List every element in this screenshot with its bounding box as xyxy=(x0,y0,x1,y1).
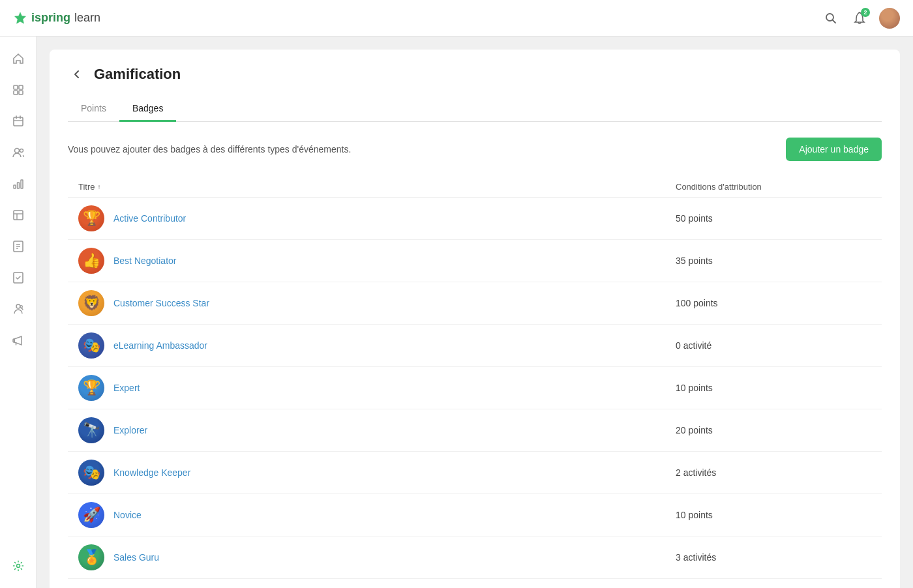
table-row[interactable]: 👍 Best Negotiator 35 points xyxy=(68,240,882,282)
sidebar-item-home[interactable] xyxy=(4,44,33,73)
back-button[interactable] xyxy=(68,65,86,83)
sidebar-item-calendar[interactable] xyxy=(4,107,33,136)
conditions-cell: 3 activités xyxy=(676,552,871,563)
page-title: Gamification xyxy=(94,66,181,83)
page-header: Gamification xyxy=(68,65,882,83)
badges-table: Titre ↑ Conditions d'attribution 🏆 Activ… xyxy=(68,177,882,579)
badge-icon: 🎭 xyxy=(78,332,104,359)
badge-name[interactable]: Novice xyxy=(113,510,142,520)
sidebar-item-announcements[interactable] xyxy=(4,326,33,355)
svg-point-10 xyxy=(14,149,19,153)
conditions-cell: 20 points xyxy=(676,425,871,435)
table-row[interactable]: 🔭 Explorer 20 points xyxy=(68,409,882,452)
search-button[interactable] xyxy=(822,9,840,27)
badge-cell: 🎭 eLearning Ambassador xyxy=(78,332,676,359)
svg-point-23 xyxy=(16,304,20,308)
badge-cell: 🦁 Customer Success Star xyxy=(78,290,676,316)
badge-icon: 🎭 xyxy=(78,460,104,486)
badge-cell: 🏅 Sales Guru xyxy=(78,544,676,570)
svg-rect-15 xyxy=(14,211,23,220)
badge-cell: 🎭 Knowledge Keeper xyxy=(78,460,676,486)
topbar: ispring learn 2 xyxy=(0,0,913,37)
svg-rect-12 xyxy=(14,185,16,188)
table-row[interactable]: 🏆 Active Contributor 50 points xyxy=(68,198,882,240)
svg-rect-2 xyxy=(14,85,18,89)
table-header: Titre ↑ Conditions d'attribution xyxy=(68,177,882,198)
badge-icon: 🦁 xyxy=(78,290,104,316)
conditions-cell: 2 activités xyxy=(676,467,871,478)
svg-rect-14 xyxy=(21,180,23,188)
badge-cell: 🔭 Explorer xyxy=(78,417,676,443)
svg-rect-4 xyxy=(14,91,18,95)
col-conditions-header: Conditions d'attribution xyxy=(676,182,871,192)
badge-name[interactable]: Customer Success Star xyxy=(113,298,209,308)
badge-cell: 👍 Best Negotiator xyxy=(78,248,676,274)
content-description: Vous pouvez ajouter des badges à des dif… xyxy=(68,144,351,154)
sidebar-item-catalog[interactable] xyxy=(4,201,33,229)
table-row[interactable]: 🏅 Sales Guru 3 activités xyxy=(68,537,882,579)
content-header: Vous pouvez ajouter des badges à des dif… xyxy=(68,138,882,161)
svg-rect-3 xyxy=(19,85,23,89)
add-badge-button[interactable]: Ajouter un badge xyxy=(786,138,882,161)
svg-point-11 xyxy=(20,149,23,153)
conditions-cell: 10 points xyxy=(676,510,871,520)
badge-name[interactable]: Sales Guru xyxy=(113,552,159,563)
user-avatar[interactable] xyxy=(879,8,900,29)
svg-point-24 xyxy=(20,306,22,308)
badge-icon: 🏆 xyxy=(78,375,104,401)
table-row[interactable]: 🎭 Knowledge Keeper 2 activités xyxy=(68,452,882,494)
badge-cell: 🚀 Novice xyxy=(78,502,676,528)
badge-name[interactable]: Knowledge Keeper xyxy=(113,467,190,478)
tab-points[interactable]: Points xyxy=(68,96,119,122)
conditions-cell: 10 points xyxy=(676,383,871,393)
badge-name[interactable]: Active Contributor xyxy=(113,213,186,224)
logo-product: learn xyxy=(74,11,100,25)
badge-name[interactable]: Explorer xyxy=(113,425,147,435)
col-title-header: Titre ↑ xyxy=(78,182,676,192)
logo: ispring learn xyxy=(13,11,100,25)
sidebar xyxy=(0,37,37,588)
table-rows: 🏆 Active Contributor 50 points 👍 Best Ne… xyxy=(68,198,882,579)
logo-icon xyxy=(13,11,27,25)
svg-rect-5 xyxy=(19,91,23,95)
sidebar-item-users[interactable] xyxy=(4,138,33,167)
table-row[interactable]: 🎭 eLearning Ambassador 0 activité xyxy=(68,325,882,367)
svg-rect-13 xyxy=(17,183,19,188)
badge-cell: 🏆 Expert xyxy=(78,375,676,401)
table-row[interactable]: 🦁 Customer Success Star 100 points xyxy=(68,282,882,325)
table-row[interactable]: 🏆 Expert 10 points xyxy=(68,367,882,409)
svg-point-25 xyxy=(16,565,20,568)
badge-icon: 👍 xyxy=(78,248,104,274)
main-content: Gamification Points Badges Vous pouvez a… xyxy=(37,37,913,588)
badge-name[interactable]: Expert xyxy=(113,383,140,393)
badge-name[interactable]: Best Negotiator xyxy=(113,256,177,266)
content-area: Gamification Points Badges Vous pouvez a… xyxy=(50,50,900,588)
svg-line-1 xyxy=(833,20,836,23)
sidebar-item-tasks[interactable] xyxy=(4,263,33,292)
sidebar-item-groups[interactable] xyxy=(4,295,33,323)
badge-name[interactable]: eLearning Ambassador xyxy=(113,340,207,351)
badge-icon: 🏆 xyxy=(78,205,104,231)
conditions-cell: 50 points xyxy=(676,213,871,224)
svg-rect-6 xyxy=(14,117,23,126)
logo-text: ispring xyxy=(31,11,70,25)
badge-icon: 🚀 xyxy=(78,502,104,528)
conditions-cell: 35 points xyxy=(676,256,871,266)
badge-icon: 🔭 xyxy=(78,417,104,443)
sidebar-item-quiz[interactable] xyxy=(4,232,33,261)
sidebar-item-reports[interactable] xyxy=(4,169,33,198)
notification-count: 2 xyxy=(861,8,870,17)
badge-icon: 🏅 xyxy=(78,544,104,570)
conditions-cell: 100 points xyxy=(676,298,871,308)
col-title-label: Titre xyxy=(78,182,95,192)
sidebar-item-content[interactable] xyxy=(4,76,33,104)
badge-cell: 🏆 Active Contributor xyxy=(78,205,676,231)
conditions-cell: 0 activité xyxy=(676,340,871,351)
tabs: Points Badges xyxy=(68,96,882,122)
tab-badges[interactable]: Badges xyxy=(119,96,176,122)
sort-icon[interactable]: ↑ xyxy=(98,183,101,190)
table-row[interactable]: 🚀 Novice 10 points xyxy=(68,494,882,537)
topbar-actions: 2 xyxy=(822,8,900,29)
notifications-button[interactable]: 2 xyxy=(850,9,869,27)
sidebar-item-settings[interactable] xyxy=(4,551,33,580)
